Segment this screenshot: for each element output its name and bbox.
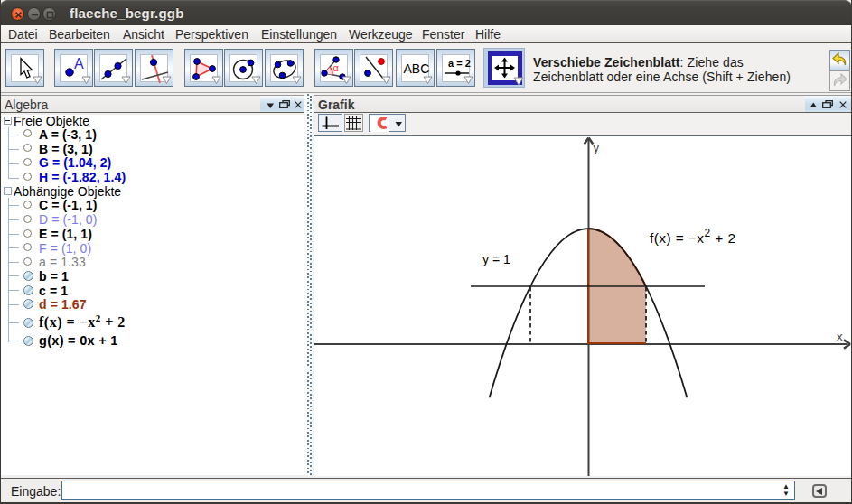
svg-text:y = 1: y = 1 bbox=[482, 252, 510, 266]
svg-text:y: y bbox=[594, 141, 600, 154]
svg-text:x: x bbox=[837, 330, 843, 343]
svg-text:α: α bbox=[333, 62, 340, 73]
svg-text:A: A bbox=[74, 56, 84, 71]
svg-text:ABC: ABC bbox=[404, 61, 430, 76]
svg-text:f(x) = −x2 + 2: f(x) = −x2 + 2 bbox=[650, 227, 735, 246]
svg-text:a = 2: a = 2 bbox=[448, 58, 471, 69]
